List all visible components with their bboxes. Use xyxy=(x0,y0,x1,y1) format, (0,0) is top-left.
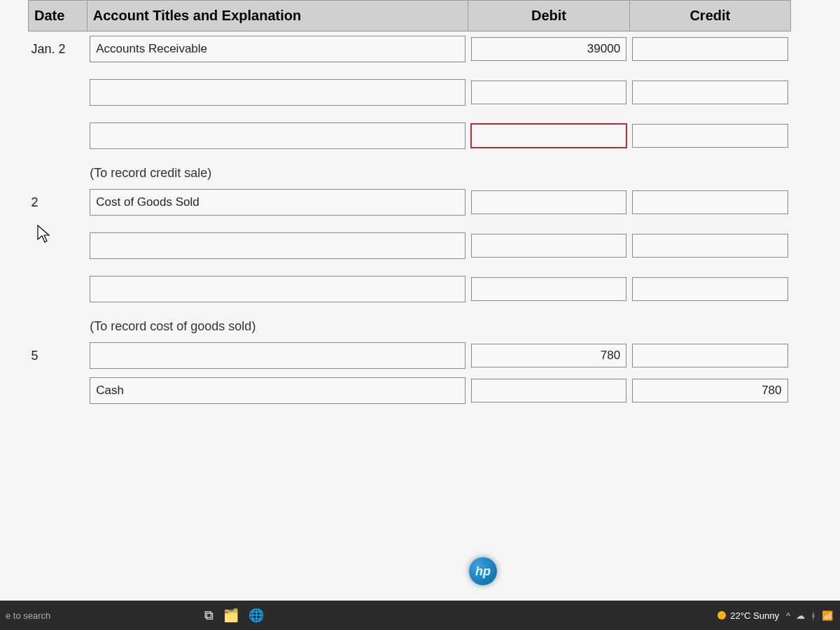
windows-taskbar: e to search ⧉ 🗂️ 🌐 22°C Sunny ^ ☁ ᚼ 📶 xyxy=(0,601,840,630)
account-input[interactable] xyxy=(90,377,465,404)
table-row: (To record cost of goods sold) xyxy=(29,315,791,338)
wifi-icon[interactable]: 📶 xyxy=(822,610,833,621)
credit-input[interactable] xyxy=(632,37,788,61)
date-cell: 5 xyxy=(29,338,88,373)
debit-input[interactable] xyxy=(471,124,626,148)
header-account: Account Titles and Explanation xyxy=(87,1,468,31)
date-cell: 2 xyxy=(29,185,88,220)
account-input[interactable] xyxy=(90,189,465,216)
weather-text: 22°C Sunny xyxy=(730,610,779,621)
debit-input[interactable] xyxy=(471,190,626,214)
edge-browser-icon[interactable]: 🌐 xyxy=(248,608,264,623)
credit-input[interactable] xyxy=(632,124,788,148)
debit-input[interactable] xyxy=(471,344,626,368)
credit-input[interactable] xyxy=(632,234,788,258)
table-row: (To record credit sale) xyxy=(29,162,791,185)
date-cell xyxy=(29,118,88,153)
account-input[interactable] xyxy=(90,276,465,302)
taskbar-search-hint[interactable]: e to search xyxy=(6,610,50,621)
debit-input[interactable] xyxy=(471,379,626,402)
tray-expand-caret[interactable]: ^ xyxy=(786,610,790,621)
onedrive-icon[interactable]: ☁ xyxy=(796,610,805,621)
date-cell xyxy=(29,272,88,307)
taskbar-weather[interactable]: 22°C Sunny xyxy=(718,610,779,621)
credit-input[interactable] xyxy=(632,80,788,104)
journal-entry-table: Date Account Titles and Explanation Debi… xyxy=(28,0,791,408)
table-row xyxy=(29,272,791,307)
header-credit: Credit xyxy=(629,1,790,31)
table-row: 5 xyxy=(29,338,791,373)
account-input[interactable] xyxy=(90,342,465,369)
sun-icon xyxy=(718,611,726,620)
hp-logo: hp xyxy=(469,557,497,585)
table-row xyxy=(29,118,791,153)
system-tray[interactable]: ^ ☁ ᚼ 📶 xyxy=(786,610,833,621)
account-input[interactable] xyxy=(90,36,465,62)
credit-input[interactable] xyxy=(632,277,788,301)
table-row xyxy=(29,228,791,263)
table-row xyxy=(29,373,791,408)
explanation-text: (To record cost of goods sold) xyxy=(87,315,468,338)
bluetooth-icon[interactable]: ᚼ xyxy=(811,610,816,621)
table-row xyxy=(29,75,791,110)
debit-input[interactable] xyxy=(471,37,626,61)
debit-input[interactable] xyxy=(471,234,626,258)
table-header-row: Date Account Titles and Explanation Debi… xyxy=(29,1,791,31)
task-view-icon[interactable]: ⧉ xyxy=(204,608,214,623)
account-input[interactable] xyxy=(90,79,465,106)
date-cell: Jan. 2 xyxy=(29,31,88,67)
date-cell xyxy=(29,373,88,408)
date-cell xyxy=(29,75,88,110)
table-row: 2 xyxy=(29,185,791,220)
credit-input[interactable] xyxy=(632,379,788,402)
account-input[interactable] xyxy=(90,232,465,259)
credit-input[interactable] xyxy=(632,344,788,368)
credit-input[interactable] xyxy=(632,190,788,214)
file-explorer-icon[interactable]: 🗂️ xyxy=(223,608,239,623)
explanation-text: (To record credit sale) xyxy=(87,162,468,185)
header-date: Date xyxy=(29,1,88,31)
debit-input[interactable] xyxy=(471,80,626,104)
taskbar-apps: ⧉ 🗂️ 🌐 xyxy=(204,608,264,623)
date-cell xyxy=(29,228,88,263)
table-row: Jan. 2 xyxy=(29,31,791,67)
header-debit: Debit xyxy=(468,1,629,31)
debit-input[interactable] xyxy=(471,277,626,301)
account-input[interactable] xyxy=(90,122,465,149)
